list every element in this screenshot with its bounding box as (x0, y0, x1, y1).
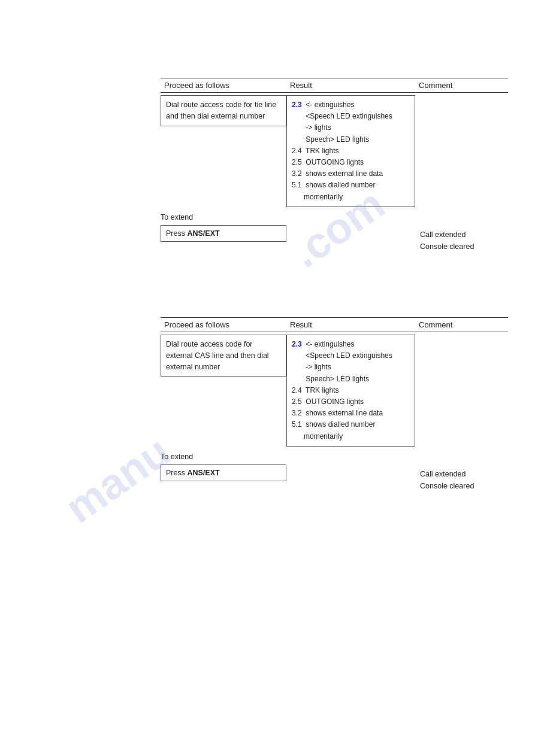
s2-result-num-7: 3.2 (292, 408, 304, 419)
section1-press-box: Press ANS/EXT (161, 225, 286, 242)
section2-result-box: 2.3 <- extinguishes <Speech LED extingui… (286, 335, 415, 447)
result-num-1: 2.3 (292, 99, 304, 111)
section2-to-extend-label: To extend (161, 450, 286, 463)
s2-result-text-8: shows dialled number momentarily (304, 419, 410, 442)
s2-result-num-8: 5.1 (292, 419, 304, 430)
section1-press-bold: ANS/EXT (187, 229, 219, 238)
s2-result-num-5: 2.4 (292, 385, 304, 396)
result-line-1: 2.3 <- extinguishes (292, 99, 410, 111)
section2-data-row: Dial route access code for external CAS … (161, 335, 508, 447)
result-num-6: 2.5 (292, 157, 304, 168)
section2-press-row: Press ANS/EXT Call extendedConsole clear… (161, 464, 508, 496)
result-line-4: Speech> LED lights (292, 134, 410, 145)
section2-press-bold: ANS/EXT (187, 469, 219, 477)
s2-result-text-1: <- extinguishes (304, 339, 410, 350)
result-text-4: Speech> LED lights (304, 134, 410, 145)
s2-result-text-2: <Speech LED extinguishes (304, 350, 410, 362)
result-text-5: TRK lights (304, 145, 410, 157)
section1-proceed-box: Dial route access code for tie line and … (161, 95, 286, 126)
s2-result-line-7: 3.2 shows external line data (292, 408, 410, 419)
s2-result-line-5: 2.4 TRK lights (292, 385, 410, 396)
section2-header-comment: Comment (415, 318, 508, 332)
section2-comment-area (415, 335, 508, 342)
s2-result-num-1: 2.3 (292, 339, 304, 350)
section1-to-extend-row: To extend (161, 211, 508, 224)
result-line-7: 3.2 shows external line data (292, 168, 410, 180)
result-line-5: 2.4 TRK lights (292, 145, 410, 157)
result-num-5: 2.4 (292, 145, 304, 157)
s2-result-text-6: OUTGOING lights (304, 396, 410, 408)
s2-result-line-8: 5.1 shows dialled number momentarily (292, 419, 410, 442)
section2-press-label: Press (166, 469, 187, 477)
section1-press-label: Press (166, 229, 187, 238)
result-num-7: 3.2 (292, 168, 304, 180)
result-text-6: OUTGOING lights (304, 157, 410, 168)
result-text-1: <- extinguishes (304, 99, 410, 111)
section1-header-proceed: Proceed as follows (161, 78, 286, 92)
section2-header-result: Result (286, 318, 415, 332)
s2-result-line-1: 2.3 <- extinguishes (292, 339, 410, 350)
section2-press-comment: Call extendedConsole cleared (415, 464, 508, 496)
section1-proceed-text: Dial route access code for tie line and … (166, 101, 276, 120)
section2-header-row: Proceed as follows Result Comment (161, 317, 508, 332)
section1-header-comment: Comment (415, 78, 508, 92)
result-line-2: <Speech LED extinguishes (292, 111, 410, 122)
s2-result-text-5: TRK lights (304, 385, 410, 396)
result-line-6: 2.5 OUTGOING lights (292, 157, 410, 168)
section1-header-result: Result (286, 78, 415, 92)
s2-result-line-2: <Speech LED extinguishes (292, 350, 410, 362)
result-text-3: -> lights (304, 122, 410, 133)
section1-comment-area (415, 95, 508, 102)
s2-result-text-7: shows external line data (304, 408, 410, 419)
result-text-2: <Speech LED extinguishes (304, 111, 410, 122)
section1-press-comment: Call extendedConsole cleared (415, 225, 508, 256)
result-line-8: 5.1 shows dialled number momentarily (292, 180, 410, 202)
section1-to-extend-label: To extend (161, 211, 286, 224)
s2-result-line-6: 2.5 OUTGOING lights (292, 396, 410, 408)
result-line-3: -> lights (292, 122, 410, 133)
section1-press-row: Press ANS/EXT Call extendedConsole clear… (161, 225, 508, 256)
section1-data-row: Dial route access code for tie line and … (161, 95, 508, 207)
result-num-8: 5.1 (292, 180, 304, 191)
section-1: Proceed as follows Result Comment Dial r… (161, 78, 508, 256)
section1-press-result (286, 225, 415, 230)
s2-result-text-3: -> lights (304, 362, 410, 373)
section2-to-extend-row: To extend (161, 450, 508, 463)
section2-proceed-text: Dial route access code for external CAS … (166, 340, 269, 371)
section-2: Proceed as follows Result Comment Dial r… (161, 317, 508, 496)
s2-result-text-4: Speech> LED lights (304, 374, 410, 385)
section2-press-box: Press ANS/EXT (161, 464, 286, 481)
section1-result-box: 2.3 <- extinguishes <Speech LED extingui… (286, 95, 415, 207)
s2-result-num-6: 2.5 (292, 396, 304, 408)
section1-header-row: Proceed as follows Result Comment (161, 78, 508, 93)
section2-proceed-box: Dial route access code for external CAS … (161, 335, 286, 377)
section2-header-proceed: Proceed as follows (161, 318, 286, 332)
s2-result-line-3: -> lights (292, 362, 410, 373)
s2-result-line-4: Speech> LED lights (292, 374, 410, 385)
result-text-7: shows external line data (304, 168, 410, 180)
result-text-8: shows dialled number momentarily (304, 180, 410, 202)
section2-press-result (286, 464, 415, 469)
